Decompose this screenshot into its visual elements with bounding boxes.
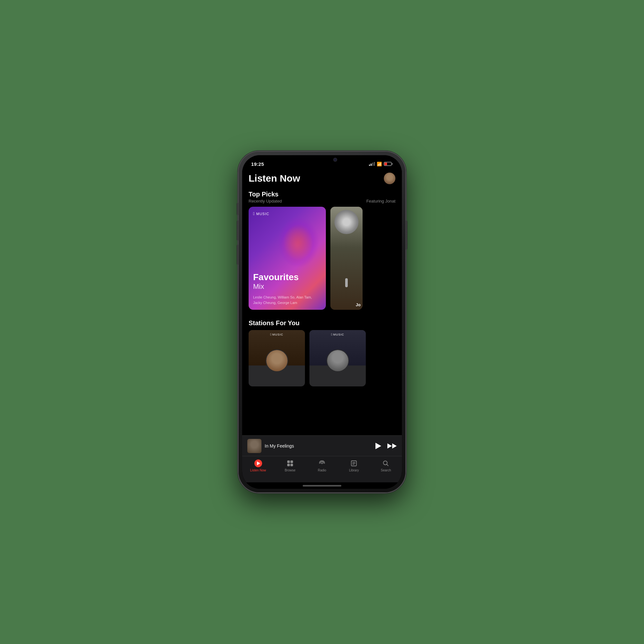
tab-radio-label: Radio xyxy=(318,469,326,472)
camera xyxy=(334,158,337,161)
phone-inner: 19:25 📶 xyxy=(242,155,402,489)
tab-bar: Listen Now Browse xyxy=(242,456,402,482)
ff-icon-2 xyxy=(392,443,397,449)
page-title: Listen Now xyxy=(249,173,300,184)
stations-section: Stations For You  MUSIC xyxy=(242,316,402,391)
volume-down-button[interactable] xyxy=(237,245,238,265)
mini-player-art xyxy=(247,439,261,453)
section-header-top-picks: Top Picks Recently Updated Featuring Jon… xyxy=(242,189,402,207)
station-1-badge-label: MUSIC xyxy=(272,333,283,336)
station-2-badge-label: MUSIC xyxy=(333,333,344,336)
volume-up-button[interactable] xyxy=(237,221,238,241)
library-icon xyxy=(350,459,358,467)
power-button[interactable] xyxy=(406,221,407,250)
tab-search-label: Search xyxy=(381,469,391,472)
svg-rect-3 xyxy=(290,464,293,466)
fast-forward-button[interactable] xyxy=(387,443,397,449)
mix-card-bottom: Favourites Mix Leslie Cheung, William So… xyxy=(253,272,321,305)
svg-point-4 xyxy=(321,463,323,464)
mic-icon xyxy=(345,278,348,287)
tab-listen-now[interactable]: Listen Now xyxy=(242,459,274,472)
status-time: 19:25 xyxy=(251,161,264,167)
apple-logo-station2-icon:  xyxy=(331,333,332,336)
tab-library-label: Library xyxy=(349,469,359,472)
mini-player[interactable]: In My Feelings xyxy=(242,435,402,456)
favourites-mix-card[interactable]:  MUSIC Favourites Mix Leslie Cheung, Wi… xyxy=(249,207,326,310)
play-button[interactable] xyxy=(373,441,382,450)
mini-player-title: In My Feelings xyxy=(265,443,370,449)
play-icon xyxy=(375,443,381,449)
ff-icon-1 xyxy=(387,443,392,449)
mute-button[interactable] xyxy=(237,203,238,215)
stations-cards-row:  MUSIC xyxy=(242,330,402,391)
apple-music-label: MUSIC xyxy=(256,212,269,216)
tab-browse-label: Browse xyxy=(285,469,295,472)
browse-icon xyxy=(286,459,294,467)
mix-card-artists: Leslie Cheung, William So, Alan Tam, Jac… xyxy=(253,295,321,305)
section-header-stations: Stations For You xyxy=(242,317,402,330)
station-1-person-face xyxy=(266,350,288,371)
signal-icon xyxy=(369,162,375,166)
tab-browse[interactable]: Browse xyxy=(274,459,306,472)
tab-search[interactable]: Search xyxy=(370,459,402,472)
search-icon xyxy=(382,459,390,467)
status-icons: 📶 xyxy=(369,162,393,166)
apple-logo-icon:  xyxy=(253,211,255,216)
apple-logo-station1-icon:  xyxy=(270,333,271,336)
wifi-icon: 📶 xyxy=(377,162,382,166)
station-card-2-top:  MUSIC xyxy=(309,330,366,365)
apple-music-badge:  MUSIC xyxy=(253,211,321,216)
mini-player-controls xyxy=(373,441,397,450)
home-bar xyxy=(303,485,341,487)
artist-card-image: Jo xyxy=(330,207,363,310)
station-2-person-face xyxy=(327,350,348,371)
section-title-top-picks: Top Picks xyxy=(249,191,395,198)
station-1-apple-badge:  MUSIC xyxy=(270,333,283,336)
radio-icon xyxy=(318,459,326,467)
svg-rect-0 xyxy=(287,460,290,463)
station-1-artist-circle xyxy=(266,349,288,372)
section-featuring: Featuring Jonat xyxy=(366,199,395,204)
avatar[interactable] xyxy=(384,173,395,184)
mix-card-bg-blob2 xyxy=(281,226,313,265)
home-indicator xyxy=(242,482,402,489)
listen-now-play-icon xyxy=(257,461,260,465)
artist-silhouette xyxy=(335,210,359,234)
screen: 19:25 📶 xyxy=(242,155,402,489)
station-card-1-top:  MUSIC xyxy=(249,330,305,365)
artist-label: Jo xyxy=(356,302,361,307)
station-2-apple-badge:  MUSIC xyxy=(331,333,344,336)
section-subtitle: Recently Updated xyxy=(249,199,282,204)
avatar-image xyxy=(384,173,395,184)
listen-now-icon xyxy=(254,459,262,467)
battery-icon xyxy=(384,162,393,166)
svg-rect-2 xyxy=(287,464,290,466)
station-card-1[interactable]:  MUSIC xyxy=(249,330,305,386)
content-area[interactable]: Listen Now Top Picks Recently Updated Fe… xyxy=(242,169,402,435)
tab-listen-now-label: Listen Now xyxy=(250,469,266,472)
station-2-artist-circle xyxy=(327,349,349,372)
tab-radio[interactable]: Radio xyxy=(306,459,338,472)
svg-rect-1 xyxy=(290,460,293,463)
section-title-stations: Stations For You xyxy=(249,319,395,327)
phone-frame: 19:25 📶 xyxy=(238,151,406,493)
top-picks-cards-row:  MUSIC Favourites Mix Leslie Cheung, Wi… xyxy=(242,207,402,316)
artist-card-partial[interactable]: Jo xyxy=(330,207,363,310)
mix-card-title: Favourites xyxy=(253,272,321,282)
station-card-2[interactable]:  MUSIC xyxy=(309,330,366,386)
mix-card-subtitle: Mix xyxy=(253,282,321,291)
page-header: Listen Now xyxy=(242,169,402,189)
notch xyxy=(296,155,348,164)
tab-library[interactable]: Library xyxy=(338,459,370,472)
